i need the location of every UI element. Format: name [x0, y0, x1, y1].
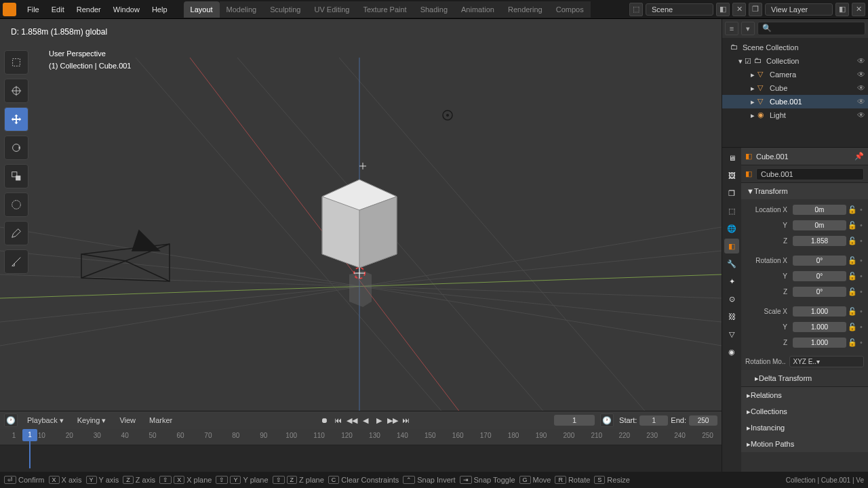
timeline-track[interactable] [0, 445, 722, 472]
lock-icon[interactable]: 🔓 [848, 256, 857, 265]
preview-range-icon[interactable]: 🕐 [600, 413, 614, 427]
menu-file[interactable]: File [22, 3, 45, 16]
keyframe-next-button[interactable]: ▶▶ [387, 414, 399, 426]
tree-cube[interactable]: ▸ ▽Cube👁 [722, 81, 868, 95]
lock-icon[interactable]: 🔓 [848, 338, 857, 347]
menu-window[interactable]: Window [108, 3, 145, 16]
tab-uv-editing[interactable]: UV Editing [307, 1, 356, 18]
lock-icon[interactable]: 🔓 [848, 221, 857, 230]
pin-icon[interactable]: 📌 [854, 152, 864, 161]
rot-x-input[interactable]: 0° [793, 256, 846, 266]
visibility-toggle-icon[interactable]: 👁 [857, 70, 865, 79]
lock-icon[interactable]: 🔓 [848, 205, 857, 214]
prop-tab-output[interactable]: 🖼 [724, 168, 739, 183]
prop-tab-render[interactable]: 🖥 [724, 150, 739, 165]
scene-new-icon[interactable]: ◧ [716, 3, 730, 16]
tab-shading[interactable]: Shading [414, 1, 454, 18]
move-tool[interactable] [4, 107, 28, 131]
scene-delete-icon[interactable]: ✕ [732, 3, 746, 16]
select-box-tool[interactable] [4, 50, 28, 75]
visibility-toggle-icon[interactable]: 👁 [857, 97, 865, 106]
lock-icon[interactable]: 🔓 [848, 307, 857, 316]
tab-texture-paint[interactable]: Texture Paint [356, 1, 413, 18]
marker-menu[interactable]: Marker [145, 415, 176, 426]
play-button[interactable]: ▶ [373, 414, 385, 426]
measure-tool[interactable] [4, 249, 28, 274]
rotation-mode-select[interactable]: XYZ E..▾ [789, 356, 864, 367]
delta-transform-header[interactable]: ▸ Delta Transform [741, 370, 868, 386]
menu-help[interactable]: Help [146, 3, 173, 16]
prop-tab-material[interactable]: ◉ [724, 344, 739, 359]
autokey-toggle[interactable]: ⏺ [319, 414, 331, 426]
loc-x-input[interactable]: 0m [793, 205, 846, 215]
prop-tab-data[interactable]: ▽ [724, 327, 739, 342]
outliner-display-mode-icon[interactable]: ≡ [725, 22, 738, 35]
lock-icon[interactable]: 🔓 [848, 272, 857, 281]
tab-sculpting[interactable]: Sculpting [263, 1, 307, 18]
loc-y-input[interactable]: 0m [793, 220, 846, 230]
prop-tab-constraints[interactable]: ⛓ [724, 309, 739, 324]
scene-browse-icon[interactable]: ⬚ [629, 3, 643, 16]
visibility-toggle-icon[interactable]: 👁 [857, 110, 865, 120]
tab-modeling[interactable]: Modeling [220, 1, 264, 18]
scl-z-input[interactable]: 1.000 [793, 338, 846, 348]
tree-cube001[interactable]: ▸ ▽Cube.001👁 [722, 95, 868, 108]
playhead[interactable]: 1 [22, 429, 37, 441]
annotate-tool[interactable] [4, 221, 28, 245]
loc-z-input[interactable]: 1.858 [793, 236, 846, 246]
menu-edit[interactable]: Edit [46, 3, 70, 16]
scale-tool[interactable] [4, 164, 28, 188]
viewlayer-field[interactable]: View Layer [765, 3, 833, 16]
current-frame-input[interactable]: 1 [554, 415, 595, 426]
prop-tab-world[interactable]: 🌐 [724, 221, 739, 236]
scl-y-input[interactable]: 1.000 [793, 322, 846, 332]
viewlayer-browse-icon[interactable]: ❐ [749, 3, 762, 16]
tab-rendering[interactable]: Rendering [501, 1, 549, 18]
keying-menu[interactable]: Keying ▾ [73, 415, 111, 426]
jump-end-button[interactable]: ⏭ [400, 414, 412, 426]
lock-icon[interactable]: 🔓 [848, 323, 857, 331]
outliner-filter-icon[interactable]: ▾ [741, 22, 755, 35]
scl-x-input[interactable]: 1.000 [793, 306, 846, 317]
motion-paths-header[interactable]: ▸ Motion Paths [741, 436, 868, 452]
rot-z-input[interactable]: 0° [793, 287, 846, 297]
timeline-ruler[interactable]: 1 11020304050607080901001101201301401501… [0, 429, 722, 445]
start-frame-input[interactable]: 1 [639, 415, 668, 426]
jump-start-button[interactable]: ⏮ [332, 414, 344, 426]
relations-header[interactable]: ▸ Relations [741, 387, 868, 403]
viewlayer-delete-icon[interactable]: ✕ [852, 3, 865, 16]
tab-compositing[interactable]: Compos [549, 1, 591, 18]
play-reverse-button[interactable]: ◀ [359, 414, 372, 426]
viewlayer-new-icon[interactable]: ◧ [835, 3, 849, 16]
prop-tab-object[interactable]: ◧ [724, 239, 739, 253]
tree-light[interactable]: ▸ ◉Light👁 [722, 108, 868, 122]
menu-render[interactable]: Render [71, 3, 106, 16]
outliner-search-input[interactable]: 🔍 [757, 22, 865, 35]
cube-object[interactable] [322, 180, 397, 268]
lock-icon[interactable]: 🔓 [848, 237, 857, 245]
tab-animation[interactable]: Animation [454, 1, 501, 18]
view-menu[interactable]: View [115, 415, 140, 426]
transform-tool[interactable] [4, 192, 28, 217]
lock-icon[interactable]: 🔓 [848, 287, 857, 296]
object-name-input[interactable]: Cube.001 [756, 168, 864, 180]
rotate-tool[interactable] [4, 136, 28, 160]
playback-menu[interactable]: Playback ▾ [23, 415, 68, 426]
prop-tab-physics[interactable]: ⊙ [724, 291, 739, 306]
tree-camera[interactable]: ▸ ▽Camera👁 [722, 68, 868, 81]
end-frame-input[interactable]: 250 [689, 415, 717, 426]
visibility-toggle-icon[interactable]: 👁 [857, 56, 865, 66]
camera-object[interactable] [81, 230, 170, 281]
prop-tab-particles[interactable]: ✦ [724, 274, 739, 289]
tree-collection[interactable]: ▾ ☑ 🗀Collection👁 [722, 54, 868, 68]
instancing-header[interactable]: ▸ Instancing [741, 420, 868, 436]
collections-header[interactable]: ▸ Collections [741, 403, 868, 420]
timeline-editor-icon[interactable]: 🕐 [4, 413, 18, 427]
visibility-toggle-icon[interactable]: 👁 [857, 83, 865, 93]
prop-tab-scene[interactable]: ⬚ [724, 203, 739, 218]
scene-field[interactable]: Scene [646, 3, 713, 16]
cursor-tool[interactable] [4, 79, 28, 103]
prop-tab-modifiers[interactable]: 🔧 [724, 256, 739, 271]
prop-tab-viewlayer[interactable]: ❐ [724, 186, 739, 201]
tree-scene-collection[interactable]: 🗀Scene Collection [722, 41, 868, 54]
